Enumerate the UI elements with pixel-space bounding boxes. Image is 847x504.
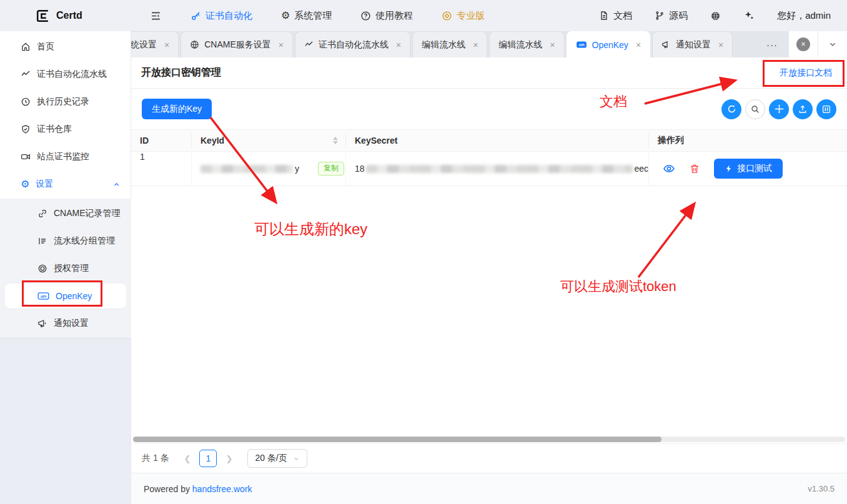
top-link-source[interactable]: 源码: [655, 10, 688, 22]
footer: Powered by handsfree.work v1.30.5: [131, 473, 847, 504]
sidebar-item-label: 流水线分组管理: [54, 235, 115, 247]
sidebar-item-label: CNAME记录管理: [54, 208, 121, 219]
redacted-keysecret: [366, 165, 633, 173]
compact-mode-button[interactable]: [769, 99, 789, 119]
close-all-tabs-button[interactable]: ×: [788, 31, 818, 57]
sidebar-item-home[interactable]: 首页: [0, 33, 131, 61]
copy-button[interactable]: 复制: [318, 162, 344, 175]
sparkles-icon[interactable]: [743, 10, 755, 21]
line-chart-icon: [304, 40, 314, 49]
sidebar-item-history[interactable]: 执行历史记录: [0, 88, 131, 116]
tabs-more-button[interactable]: ···: [756, 31, 788, 57]
target-icon: [37, 264, 47, 274]
column-header-id[interactable]: ID: [131, 134, 192, 147]
sidebar-item-label: 首页: [37, 41, 54, 52]
top-link-docs[interactable]: 文档: [599, 10, 632, 22]
close-icon[interactable]: ×: [396, 41, 401, 49]
page-size-value: 20 条/页: [255, 453, 287, 464]
settings-submenu: CNAME记录管理 流水线分组管理 授权管理: [0, 199, 131, 338]
tab-edit-pipeline-2[interactable]: 编辑流水线 ×: [489, 31, 564, 57]
nav-system-manage[interactable]: ⚙ 系统管理: [281, 10, 332, 22]
table-header: ID KeyId KeySecret 操作列: [131, 129, 847, 152]
nav-tutorial[interactable]: 使用教程: [360, 10, 413, 22]
tab-cert-pipelines[interactable]: 证书自动化流水线 ×: [295, 31, 410, 57]
top-bar: Certd 证书自动化 ⚙ 系统管理 使用教程: [0, 0, 847, 31]
nav-cert-automation[interactable]: 证书自动化: [191, 10, 252, 22]
question-circle-icon: [360, 11, 371, 21]
tab-system-settings[interactable]: 统设置 ×: [131, 31, 179, 57]
close-icon[interactable]: ×: [279, 41, 284, 49]
close-circle-icon: ×: [796, 37, 810, 51]
column-header-keysecret[interactable]: KeySecret: [346, 134, 649, 147]
certd-app: Certd 证书自动化 ⚙ 系统管理 使用教程: [0, 0, 847, 504]
generate-key-button[interactable]: 生成新的Key: [142, 99, 212, 119]
menu-fold-icon[interactable]: [150, 10, 162, 22]
tab-openkey[interactable]: API OpenKey ×: [567, 31, 651, 57]
tab-cname-service[interactable]: CNAME服务设置 ×: [181, 31, 293, 57]
sidebar-item-label: 证书自动化流水线: [37, 69, 107, 80]
home-icon: [21, 42, 31, 52]
video-camera-icon: [21, 152, 31, 162]
prev-page-icon[interactable]: ❮: [178, 454, 197, 463]
view-icon[interactable]: [663, 162, 675, 175]
sidebar-item-pipeline-groups[interactable]: 流水线分组管理: [0, 227, 131, 255]
sidebar-item-pipelines[interactable]: 证书自动化流水线: [0, 61, 131, 88]
app-version: v1.30.5: [808, 484, 835, 493]
next-page-icon[interactable]: ❯: [219, 454, 239, 463]
open-api-doc-link[interactable]: 开放接口文档: [780, 67, 832, 79]
nav-label: 使用教程: [375, 10, 413, 22]
svg-text:API: API: [41, 295, 47, 299]
close-icon[interactable]: ×: [164, 41, 169, 49]
handsfree-link[interactable]: handsfree.work: [192, 484, 252, 494]
group-list-icon: [37, 236, 47, 246]
nav-pro-edition[interactable]: 专业版: [442, 10, 485, 22]
api-icon: API: [576, 40, 587, 49]
sort-icon[interactable]: [333, 137, 338, 144]
horizontal-scrollbar-track[interactable]: [133, 437, 845, 442]
sidebar-item-openkey[interactable]: API OpenKey: [5, 284, 126, 309]
pagination: 共 1 条 ❮ 1 ❯ 20 条/页: [131, 443, 847, 473]
tabs-menu-button[interactable]: [818, 31, 847, 57]
api-test-button[interactable]: 接口测试: [714, 159, 783, 179]
cell-keysecret: 18 eec: [346, 152, 649, 185]
columns-setting-button[interactable]: [816, 99, 836, 119]
sidebar: 首页 证书自动化流水线 执行历史记录 证书仓库: [0, 31, 131, 504]
delete-icon[interactable]: [689, 163, 700, 174]
sidebar-item-label: OpenKey: [56, 291, 92, 301]
sidebar-item-authorization[interactable]: 授权管理: [0, 255, 131, 282]
refresh-button[interactable]: [721, 99, 741, 119]
close-icon[interactable]: ×: [473, 41, 478, 49]
globe-icon[interactable]: [710, 11, 721, 21]
tab-bar: 统设置 × CNAME服务设置 × 证书自动化流水线 × 编辑流水线 × 编辑流…: [131, 31, 847, 57]
user-greeting[interactable]: 您好，admin: [777, 10, 831, 22]
search-button[interactable]: [745, 99, 765, 119]
sidebar-item-cname-records[interactable]: CNAME记录管理: [0, 200, 131, 227]
api-icon: API: [37, 291, 49, 301]
shield-check-icon: [21, 124, 31, 134]
tab-edit-pipeline-1[interactable]: 编辑流水线 ×: [412, 31, 487, 57]
link-icon: [37, 209, 47, 219]
brand-area[interactable]: Certd: [0, 8, 131, 24]
export-button[interactable]: [793, 99, 813, 119]
top-bar-right: 文档 源码: [599, 10, 847, 22]
column-header-keyid[interactable]: KeyId: [192, 134, 346, 147]
tab-notifications[interactable]: 通知设置 ×: [652, 31, 733, 57]
page-number[interactable]: 1: [199, 450, 217, 467]
tab-controls: ··· ×: [756, 31, 847, 57]
sidebar-item-notifications[interactable]: 通知设置: [0, 310, 131, 337]
sidebar-item-cert-repo[interactable]: 证书仓库: [0, 116, 131, 143]
close-icon[interactable]: ×: [550, 41, 555, 49]
sidebar-item-settings[interactable]: ⚙ 设置: [0, 170, 131, 198]
horizontal-scrollbar-thumb[interactable]: [133, 437, 661, 442]
redacted-keyid: [201, 165, 293, 173]
sidebar-item-site-monitor[interactable]: 站点证书监控: [0, 143, 131, 170]
close-icon[interactable]: ×: [636, 41, 641, 49]
main-content: 开放接口密钥管理 开放接口文档 生成新的Key: [131, 57, 847, 504]
gear-icon: ⚙: [21, 179, 29, 189]
close-icon[interactable]: ×: [718, 41, 723, 49]
page-size-select[interactable]: 20 条/页: [247, 449, 307, 468]
cell-id: 1: [131, 152, 192, 185]
globe-icon: [190, 40, 199, 49]
pagination-total: 共 1 条: [142, 453, 169, 464]
sidebar-item-label: 设置: [36, 179, 53, 190]
